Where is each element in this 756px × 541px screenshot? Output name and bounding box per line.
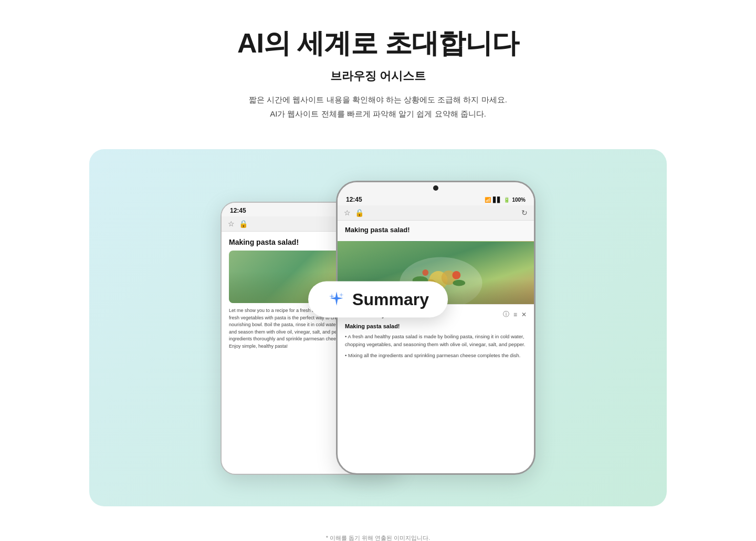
front-lock-icon: 🔒: [355, 209, 364, 217]
battery-percent: 100%: [512, 197, 526, 203]
lock-icon: 🔒: [239, 220, 248, 228]
summary-bullet-2: • Mixing all the ingredients and sprinkl…: [345, 351, 527, 359]
footnotes: * 이해를 돕기 위해 연출된 이미지입니다. * 브라우징 어시스트의 요약 …: [0, 522, 756, 541]
summary-content-title: Making pasta salad!: [345, 323, 527, 329]
star-icon: ☆: [228, 220, 235, 228]
phone-front: 12:45 📶 ▋▋ 🔋 100% ☆ 🔒 ↻: [336, 181, 536, 475]
summary-content-text: • A fresh and healthy pasta salad is mad…: [345, 332, 527, 360]
footnote-1: * 이해를 돕기 위해 연출된 이미지입니다.: [0, 533, 756, 541]
camera-dot: [433, 185, 438, 191]
phone-front-status-bar: 12:45 📶 ▋▋ 🔋 100%: [338, 192, 534, 205]
battery-icon: 🔋: [503, 197, 510, 203]
phone-wrapper: 12:45 📶 ▋ ☆ 🔒 Making pasta salad!: [220, 181, 536, 475]
list-icon[interactable]: ≡: [513, 311, 517, 318]
header-section: AI의 세계로 초대합니다 브라우징 어시스트 짧은 시간에 웹사이트 내용을 …: [0, 0, 756, 133]
sparkle-icon: [327, 290, 346, 309]
info-icon[interactable]: ⓘ: [503, 310, 509, 319]
demo-container: Summary 12:45 📶 ▋ ☆ 🔒: [89, 149, 667, 506]
summary-bubble-text: Summary: [352, 289, 429, 309]
phone-front-browser-bar: ☆ 🔒 ↻: [338, 205, 534, 221]
phone-front-time: 12:45: [346, 196, 362, 203]
front-star-icon: ☆: [344, 209, 351, 217]
summary-bullet-1: • A fresh and healthy pasta salad is mad…: [345, 332, 527, 348]
phone-front-status-icons: 📶 ▋▋ 🔋 100%: [485, 197, 526, 203]
summary-panel-control-icons: ⓘ ≡ ✕: [503, 310, 527, 319]
network-icon: ▋▋: [493, 197, 501, 203]
main-title: AI의 세계로 초대합니다: [0, 25, 756, 62]
summary-bubble: Summary: [308, 281, 448, 317]
wifi-signal-icon: 📶: [485, 197, 491, 203]
svg-point-8: [453, 280, 465, 286]
sub-title: 브라우징 어시스트: [0, 68, 756, 84]
description: 짧은 시간에 웹사이트 내용을 확인해야 하는 상황에도 조급해 하지 마세요.…: [0, 92, 756, 121]
phone-back-time: 12:45: [230, 207, 246, 214]
phone-front-frame: 12:45 📶 ▋▋ 🔋 100% ☆ 🔒 ↻: [336, 181, 536, 475]
description-line1: 짧은 시간에 웹사이트 내용을 확인해야 하는 상황에도 조급해 하지 마세요.: [0, 92, 756, 107]
svg-point-6: [422, 269, 428, 276]
svg-point-5: [452, 271, 460, 279]
close-icon[interactable]: ✕: [521, 311, 527, 318]
refresh-icon: ↻: [521, 209, 528, 217]
camera-notch: [338, 182, 534, 192]
front-article-header: Making pasta salad!: [338, 221, 534, 241]
description-line2: AI가 웹사이트 전체를 빠르게 파악해 알기 쉽게 요약해 줍니다.: [0, 107, 756, 121]
phone-front-article-title: Making pasta salad!: [345, 226, 527, 234]
